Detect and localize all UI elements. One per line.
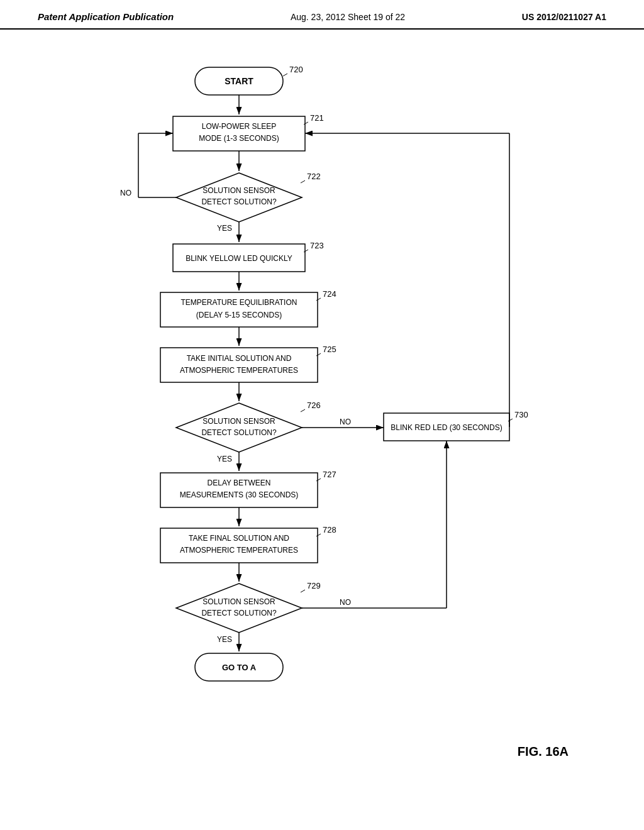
svg-text:726: 726 [307,401,321,410]
svg-text:728: 728 [323,525,336,534]
svg-text:729: 729 [307,581,321,590]
svg-text:721: 721 [310,113,324,123]
svg-rect-34 [160,348,318,382]
svg-text:730: 730 [514,410,528,419]
svg-text:(DELAY 5-15 SECONDS): (DELAY 5-15 SECONDS) [196,311,282,319]
svg-text:LOW-POWER SLEEP: LOW-POWER SLEEP [202,122,276,131]
page-header: Patent Application Publication Aug. 23, … [0,0,644,30]
svg-line-16 [301,180,305,183]
svg-text:YES: YES [217,635,232,644]
svg-line-44 [301,409,305,412]
svg-text:DETECT SOLUTION?: DETECT SOLUTION? [201,197,276,206]
svg-text:SOLUTION SENSOR: SOLUTION SENSOR [203,186,275,195]
svg-text:722: 722 [307,172,321,181]
svg-text:TAKE INITIAL SOLUTION AND: TAKE INITIAL SOLUTION AND [187,354,292,363]
svg-text:725: 725 [323,345,336,354]
svg-line-71 [301,590,305,592]
svg-text:SOLUTION SENSOR: SOLUTION SENSOR [203,417,275,426]
svg-text:SOLUTION SENSOR: SOLUTION SENSOR [203,597,275,606]
svg-text:MODE (1-3 SECONDS): MODE (1-3 SECONDS) [199,134,279,143]
main-content: START 720 LOW-POWER SLEEP MODE (1-3 SECO… [0,30,644,784]
svg-text:ATMOSPHERIC TEMPERATURES: ATMOSPHERIC TEMPERATURES [180,366,298,375]
publication-title: Patent Application Publication [38,11,174,22]
svg-marker-40 [176,403,302,452]
svg-text:MEASUREMENTS (30 SECONDS): MEASUREMENTS (30 SECONDS) [180,490,299,499]
svg-text:720: 720 [289,65,303,74]
svg-text:TEMPERATURE EQUILIBRATION: TEMPERATURE EQUILIBRATION [181,298,297,307]
svg-text:BLINK RED LED (30 SECONDS): BLINK RED LED (30 SECONDS) [391,423,502,432]
svg-text:TAKE FINAL SOLUTION AND: TAKE FINAL SOLUTION AND [189,534,289,543]
svg-text:YES: YES [217,455,232,463]
svg-text:DETECT SOLUTION?: DETECT SOLUTION? [201,428,276,437]
svg-text:GO TO A: GO TO A [222,663,257,672]
svg-text:DETECT SOLUTION?: DETECT SOLUTION? [201,609,276,617]
svg-text:DELAY BETWEEN: DELAY BETWEEN [208,479,271,487]
svg-marker-67 [176,584,302,633]
svg-text:727: 727 [323,470,336,479]
flowchart-diagram: START 720 LOW-POWER SLEEP MODE (1-3 SECO… [63,48,579,765]
svg-line-4 [283,74,287,76]
svg-text:YES: YES [217,224,232,233]
svg-text:NO: NO [340,418,351,426]
svg-text:ATMOSPHERIC TEMPERATURES: ATMOSPHERIC TEMPERATURES [180,546,298,555]
svg-text:NO: NO [120,189,131,197]
flowchart-svg: START 720 LOW-POWER SLEEP MODE (1-3 SECO… [63,48,579,765]
sheet-info: Aug. 23, 2012 Sheet 19 of 22 [291,12,405,22]
figure-label: FIG. 16A [518,744,569,759]
svg-text:START: START [225,76,253,86]
svg-text:BLINK YELLOW LED QUICKLY: BLINK YELLOW LED QUICKLY [186,254,292,263]
svg-text:NO: NO [340,598,351,607]
patent-number: US 2012/0211027 A1 [522,12,606,22]
svg-text:723: 723 [310,241,324,250]
svg-text:724: 724 [323,289,336,299]
